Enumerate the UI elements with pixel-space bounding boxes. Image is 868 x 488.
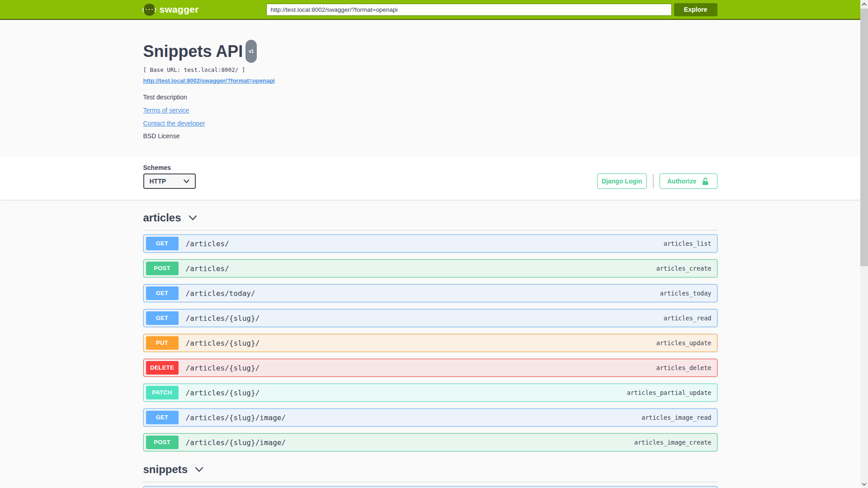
license-text: BSD License — [143, 132, 717, 140]
chevron-down-icon — [195, 467, 203, 472]
operation-row[interactable]: DELETE /articles/{slug}/ articles_delete — [143, 359, 717, 377]
operation-id: articles_today — [660, 290, 712, 297]
operation-row[interactable]: GET /articles/{slug}/image/ articles_ima… — [143, 408, 717, 427]
operations-area: articles GET /articles/ articles_list PO… — [0, 211, 860, 488]
api-section: articles GET /articles/ articles_list PO… — [143, 211, 717, 451]
authorize-button[interactable]: Authorize — [660, 174, 717, 189]
chevron-down-icon — [862, 483, 867, 486]
spec-link[interactable]: http://test.local:8002/swagger/?format=o… — [143, 77, 275, 84]
operation-id: articles_delete — [656, 364, 712, 371]
topbar: {···} swagger Explore — [0, 0, 860, 20]
authorize-label: Authorize — [667, 178, 697, 185]
operation-row[interactable]: POST /articles/ articles_create — [143, 259, 717, 277]
auth-divider — [653, 174, 654, 188]
operation-path: /articles/{slug}/image/ — [186, 413, 286, 422]
operation-path: /articles/{slug}/ — [186, 364, 260, 372]
auth-wrapper: Django Login Authorize — [597, 174, 717, 189]
tag-header-snippets[interactable]: snippets — [143, 463, 717, 482]
info-section: Snippets APIv1 [ Base URL: test.local:80… — [0, 20, 860, 157]
schemes-label: Schemes — [143, 164, 196, 171]
scheme-selected-value: HTTP — [150, 178, 166, 185]
operation-path: /articles/{slug}/ — [186, 389, 260, 397]
operation-path: /articles/{slug}/ — [186, 314, 260, 323]
scrollbar-thumb[interactable] — [860, 9, 868, 266]
operations-list: GET /articles/ articles_list POST /artic… — [143, 235, 717, 451]
method-badge: PATCH — [146, 386, 179, 399]
swagger-ui-page: {···} swagger Explore Snippets APIv1 [ B… — [0, 0, 860, 488]
operation-id: articles_image_create — [634, 439, 712, 446]
swagger-logo-icon: {···} — [143, 4, 156, 16]
chevron-down-icon — [189, 215, 197, 221]
operation-path: /articles/{slug}/ — [186, 339, 260, 347]
operation-id: articles_list — [664, 240, 712, 247]
method-badge: DELETE — [146, 361, 179, 375]
operation-path: /articles/{slug}/image/ — [186, 438, 286, 447]
method-badge: GET — [146, 411, 179, 424]
operation-row[interactable]: GET /snippets/ snippets_list — [143, 486, 717, 488]
operation-id: articles_update — [656, 339, 712, 347]
tag-title-text: articles — [143, 211, 181, 224]
chevron-down-icon — [184, 179, 189, 183]
operation-path: /articles/today/ — [186, 289, 255, 298]
method-badge: POST — [146, 262, 179, 275]
api-section: snippets GET /snippets/ snippets_list — [143, 463, 717, 488]
operations-container: articles GET /articles/ articles_list PO… — [143, 211, 717, 488]
method-badge: GET — [146, 237, 179, 250]
scroll-down-arrow[interactable] — [860, 480, 868, 488]
chevron-up-icon — [862, 3, 867, 6]
scheme-select[interactable]: HTTP — [143, 174, 196, 189]
operation-id: articles_read — [664, 314, 712, 322]
scheme-container: Schemes HTTP Django Login Authorize — [0, 157, 860, 200]
method-badge: GET — [146, 311, 179, 325]
operation-path: /articles/ — [186, 264, 229, 273]
operation-row[interactable]: GET /articles/today/ articles_today — [143, 284, 717, 302]
operation-row[interactable]: POST /articles/{slug}/image/ articles_im… — [143, 433, 717, 451]
operation-row[interactable]: GET /articles/{slug}/ articles_read — [143, 309, 717, 327]
scrollbar-track[interactable] — [860, 0, 868, 488]
scroll-up-arrow[interactable] — [860, 0, 868, 8]
tag-title-text: snippets — [143, 463, 188, 476]
page-title: Snippets APIv1 — [143, 42, 717, 65]
api-description: Test description — [143, 94, 717, 101]
django-login-button[interactable]: Django Login — [597, 174, 647, 189]
operation-id: articles_create — [656, 265, 712, 272]
spec-url-input[interactable] — [266, 4, 672, 16]
tag-header-articles[interactable]: articles — [143, 211, 717, 230]
explore-button[interactable]: Explore — [674, 3, 717, 16]
operation-row[interactable]: PATCH /articles/{slug}/ articles_partial… — [143, 384, 717, 402]
api-title-text: Snippets API — [143, 42, 243, 61]
operation-row[interactable]: GET /articles/ articles_list — [143, 235, 717, 253]
terms-of-service-link[interactable]: Terms of service — [143, 107, 189, 114]
method-badge: POST — [146, 436, 179, 449]
unlock-icon — [701, 177, 709, 186]
schemes-block: Schemes HTTP — [143, 164, 196, 189]
method-badge: PUT — [146, 336, 179, 350]
operation-id: articles_partial_update — [627, 389, 712, 396]
contact-developer-link[interactable]: Contact the developer — [143, 120, 205, 127]
operation-row[interactable]: PUT /articles/{slug}/ articles_update — [143, 334, 717, 352]
base-url: [ Base URL: test.local:8002/ ] — [143, 66, 717, 73]
operation-path: /articles/ — [186, 239, 229, 248]
brand-title: swagger — [160, 4, 199, 15]
version-badge: v1 — [245, 40, 257, 63]
method-badge: GET — [146, 286, 179, 300]
topbar-search: Explore — [266, 3, 717, 16]
operation-id: articles_image_read — [642, 414, 711, 421]
operations-list: GET /snippets/ snippets_list — [143, 486, 717, 488]
